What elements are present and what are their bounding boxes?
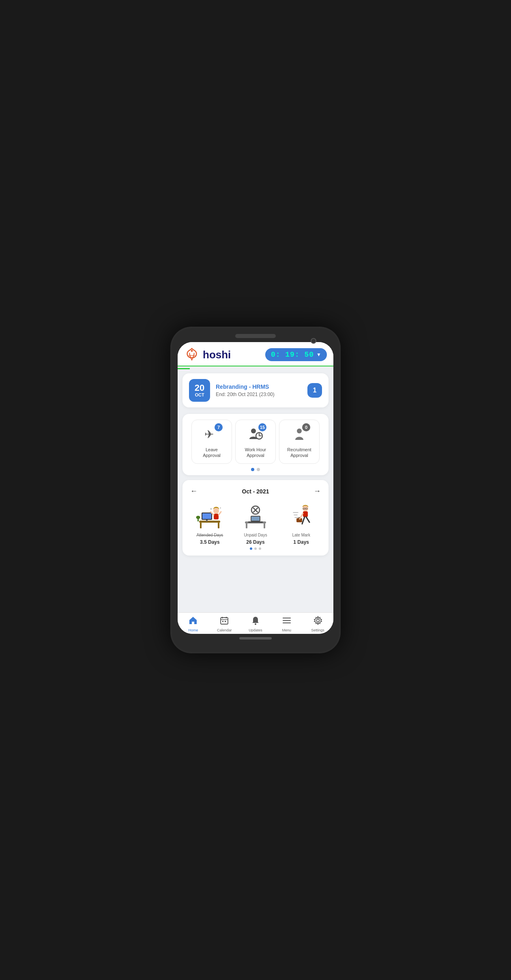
menu-icon — [282, 616, 291, 627]
event-date-badge: 20 OCT — [189, 379, 210, 402]
settings-label: Settings — [311, 628, 324, 632]
late-mark-label: Late Mark — [292, 533, 310, 538]
phone-home-bar — [239, 637, 272, 640]
nav-settings[interactable]: Settings — [302, 616, 333, 632]
stats-dot-1 — [250, 547, 252, 550]
workhour-approval-card[interactable]: 15 Work HourApproval — [235, 420, 276, 464]
svg-rect-23 — [264, 523, 265, 528]
calendar-header: ← Oct - 2021 → — [188, 486, 323, 497]
svg-rect-8 — [200, 523, 202, 528]
unpaid-days-card: Unpaid Days 26 Days — [234, 502, 277, 545]
svg-point-52 — [316, 619, 319, 622]
header-accent-line — [178, 368, 190, 369]
svg-rect-33 — [303, 511, 308, 517]
svg-line-16 — [219, 512, 221, 515]
svg-line-35 — [306, 517, 309, 522]
recruitment-approval-card[interactable]: 0 RecruitmentApproval — [279, 420, 320, 464]
svg-rect-47 — [225, 621, 226, 622]
app-content: hoshi 0: 19: 50 ▼ 20 OCT Rebranding - HR… — [178, 342, 333, 612]
nav-home[interactable]: Home — [178, 616, 209, 632]
phone-frame: hoshi 0: 19: 50 ▼ 20 OCT Rebranding - HR… — [170, 327, 341, 653]
timer-badge[interactable]: 0: 19: 50 ▼ — [265, 348, 327, 361]
svg-point-6 — [297, 429, 302, 433]
svg-point-13 — [213, 508, 219, 514]
stats-page-dots — [188, 547, 323, 550]
attended-svg: ✦ ✦ — [196, 503, 223, 530]
svg-text:✦: ✦ — [210, 507, 213, 511]
stats-dot-3 — [259, 547, 261, 550]
event-title: Rebranding - HRMS — [216, 383, 302, 390]
phone-camera — [311, 338, 316, 344]
attended-illustration: ✦ ✦ — [195, 502, 224, 531]
event-month: OCT — [195, 392, 204, 397]
attended-days-card: ✦ ✦ Attended Days 3.5 Days — [188, 502, 232, 545]
svg-point-0 — [191, 350, 193, 352]
late-mark-value: 1 Days — [293, 539, 309, 545]
logo-group: hoshi — [184, 347, 231, 362]
nav-menu[interactable]: Menu — [271, 616, 302, 632]
bottom-nav: Home Calendar Updates Menu — [178, 612, 333, 634]
app-header: hoshi 0: 19: 50 ▼ — [178, 342, 333, 366]
prev-month-button[interactable]: ← — [188, 486, 200, 497]
nav-calendar[interactable]: Calendar — [209, 616, 240, 632]
svg-line-38 — [300, 513, 303, 519]
dot-1 — [251, 468, 254, 471]
unpaid-value: 26 Days — [246, 539, 264, 545]
svg-point-2 — [251, 429, 256, 433]
leave-approval-label: LeaveApproval — [203, 447, 220, 459]
event-day: 20 — [195, 383, 204, 392]
event-info: Rebranding - HRMS End: 20th Oct 2021 (23… — [216, 383, 302, 397]
recruitment-approval-badge: 0 — [302, 423, 310, 431]
late-svg — [288, 503, 315, 530]
calendar-icon — [220, 616, 229, 627]
svg-rect-7 — [199, 521, 220, 523]
menu-label: Menu — [282, 628, 292, 632]
svg-rect-42 — [221, 618, 228, 624]
bell-icon — [251, 616, 260, 627]
calendar-label: Calendar — [217, 628, 232, 632]
unpaid-illustration — [241, 502, 270, 531]
attended-label: Attended Days — [197, 533, 223, 538]
timer-display: 0: 19: 50 — [271, 351, 314, 359]
leave-approval-badge: 7 — [215, 423, 223, 431]
workhour-approval-badge: 15 — [258, 423, 266, 431]
home-label: Home — [188, 628, 198, 632]
nav-updates[interactable]: Updates — [240, 616, 271, 632]
svg-rect-25 — [251, 517, 260, 521]
svg-rect-9 — [218, 523, 219, 528]
event-card[interactable]: 20 OCT Rebranding - HRMS End: 20th Oct 2… — [182, 373, 328, 407]
svg-rect-14 — [214, 514, 219, 519]
svg-rect-11 — [202, 513, 211, 519]
unpaid-label: Unpaid Days — [244, 533, 267, 538]
updates-label: Updates — [249, 628, 262, 632]
svg-line-34 — [302, 517, 305, 524]
recruitment-approval-icon-wrap: 0 — [290, 425, 309, 444]
recruitment-approval-label: RecruitmentApproval — [287, 447, 311, 459]
dot-2 — [257, 468, 260, 471]
calendar-month-label: Oct - 2021 — [242, 488, 269, 495]
svg-rect-12 — [206, 520, 208, 521]
next-month-button[interactable]: → — [311, 486, 323, 497]
approval-section: ✈ 7 LeaveApproval — [182, 414, 328, 475]
calendar-section: ← Oct - 2021 → — [182, 480, 328, 556]
event-end: End: 20th Oct 2021 (23:00) — [216, 392, 302, 397]
settings-icon — [313, 616, 322, 627]
unpaid-svg — [242, 503, 269, 530]
svg-point-20 — [196, 516, 200, 519]
hoshi-logo-icon — [184, 347, 200, 362]
late-mark-card: Late Mark 1 Days — [279, 502, 323, 545]
phone-screen: hoshi 0: 19: 50 ▼ 20 OCT Rebranding - HR… — [178, 342, 333, 634]
attended-value: 3.5 Days — [200, 539, 220, 545]
svg-rect-46 — [222, 621, 223, 622]
leave-approval-icon-wrap: ✈ 7 — [202, 425, 221, 444]
event-count-badge: 1 — [307, 383, 322, 398]
svg-text:✦: ✦ — [219, 507, 221, 509]
leave-approval-card[interactable]: ✈ 7 LeaveApproval — [191, 420, 232, 464]
phone-speaker — [235, 334, 276, 338]
stats-dot-2 — [254, 547, 257, 550]
workhour-approval-icon-wrap: 15 — [246, 425, 265, 444]
timer-dropdown-icon: ▼ — [316, 352, 321, 358]
svg-rect-22 — [246, 523, 247, 528]
svg-point-48 — [255, 623, 256, 625]
svg-text:✈: ✈ — [204, 428, 214, 441]
